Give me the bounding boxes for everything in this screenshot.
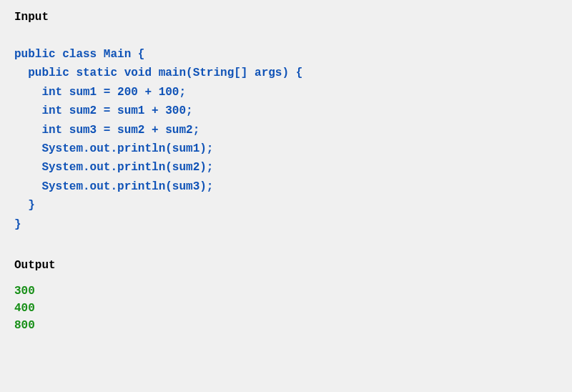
code-line: int sum3 = sum2 + sum2;	[14, 121, 558, 139]
code-line: System.out.println(sum3);	[14, 177, 558, 196]
input-title: Input	[14, 11, 558, 24]
code-line: int sum1 = 200 + 100;	[14, 83, 558, 102]
output-block: 300 400 800	[14, 283, 558, 334]
code-line: public static void main(String[] args) {	[14, 64, 558, 82]
code-line: }	[14, 215, 558, 234]
output-line: 800	[14, 317, 558, 334]
output-line: 400	[14, 300, 558, 317]
code-block: public class Main { public static void m…	[14, 45, 558, 234]
output-line: 300	[14, 283, 558, 300]
code-line: System.out.println(sum2);	[14, 158, 558, 177]
output-title: Output	[14, 259, 558, 272]
code-line: public class Main {	[14, 45, 558, 64]
code-line: }	[14, 196, 558, 215]
code-line: int sum2 = sum1 + 300;	[14, 102, 558, 120]
code-line: System.out.println(sum1);	[14, 139, 558, 158]
